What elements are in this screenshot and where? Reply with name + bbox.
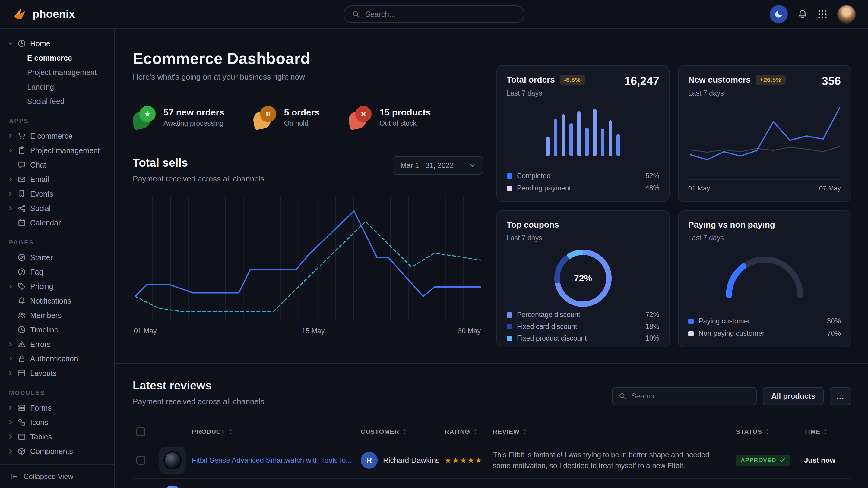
reviews-search[interactable] [612,387,757,405]
tag-icon [18,282,26,291]
caret-spacer [8,313,13,318]
new-customers-value: 356 [822,75,841,88]
collapse-view-button[interactable]: Collapsed View [0,464,114,488]
legend-item-paying-customer: Paying customer30% [688,317,841,325]
sidebar-item-notifications[interactable]: Notifications [8,294,108,308]
sidebar-section-label: MODULES [9,389,108,396]
theme-toggle-button[interactable] [770,5,788,23]
apps-grid-button[interactable] [817,9,828,19]
legend-value: 10% [645,334,659,343]
sidebar-item-tables[interactable]: Tables [8,429,108,444]
column-header-time[interactable]: TIME [804,428,851,435]
legend-label: Pending payment [517,184,571,192]
legend-value: 72% [645,311,659,319]
sidebar-item-layouts[interactable]: Layouts [8,366,108,380]
date-range-select[interactable]: Mar 1 - 31, 2022 [393,157,483,174]
sidebar-item-chat[interactable]: Chat [8,158,108,172]
x-icon [360,110,367,118]
sidebar-item-faq[interactable]: Faq [8,265,108,279]
legend-label: Fixed card discount [517,323,577,331]
review-time: Just now [804,456,835,464]
caret-right-icon [8,284,13,289]
review-text: This Fitbit is fantastic! I was trying t… [493,449,736,471]
sidebar-item-label: Faq [30,268,43,276]
caret-right-icon [8,449,13,454]
sidebar-item-components[interactable]: Components [8,444,108,458]
sidebar-item-label: Icons [30,418,48,427]
sidebar-item-forms[interactable]: Forms [8,400,108,415]
share-icon [18,204,26,213]
sidebar-item-project-management[interactable]: Project management [8,65,108,79]
legend-swatch [507,173,512,179]
column-header-customer[interactable]: CUSTOMER [361,428,444,435]
order-bar [601,129,604,157]
star-icon [144,110,151,118]
new-customers-x-labels: 01 May 07 May [688,179,841,192]
search-icon [619,392,626,400]
sidebar-item-landing[interactable]: Landing [8,79,108,94]
legend-item-completed: Completed52% [507,172,659,180]
legend-value: 70% [827,329,841,337]
sidebar-item-email[interactable]: Email [8,172,108,187]
sidebar-item-project-management[interactable]: Project management [8,143,108,158]
top-navbar: phoenix [0,0,868,29]
all-products-button[interactable]: All products [763,387,824,405]
sidebar-item-e-commerce[interactable]: E commerce [8,129,108,143]
caret-right-icon [8,434,13,440]
stat-label: Out of stock [379,119,431,128]
column-label: REVIEW [493,428,520,435]
sidebar: HomeE commerceProject managementLandingS… [0,29,115,488]
brand[interactable]: phoenix [12,7,75,22]
legend-label: Percentage discount [517,311,580,319]
column-header-rating[interactable]: RATING [444,428,493,435]
sidebar-item-label: Timeline [30,326,59,334]
top-coupons-donut-chart: 72% [550,246,616,311]
sidebar-item-authentication[interactable]: Authentication [8,352,108,366]
sidebar-item-home[interactable]: Home [8,36,108,51]
sidebar-item-members[interactable]: Members [8,308,108,323]
global-search-input[interactable] [365,10,516,19]
sidebar-item-social-feed[interactable]: Social feed [8,94,108,108]
sidebar-item-social[interactable]: Social [8,201,108,216]
order-bar [546,136,550,157]
more-options-button[interactable]: ... [830,387,851,405]
user-avatar[interactable] [837,5,856,24]
column-label: CUSTOMER [361,428,399,435]
dashboard-cards: Total orders -6.8% Last 7 days 16,247 Co… [496,65,851,347]
sidebar-item-icons[interactable]: Icons [8,415,108,429]
column-header-status[interactable]: STATUS [736,428,804,435]
sidebar-item-starter[interactable]: Starter [8,250,108,265]
legend-label: Non-paying customer [699,329,765,337]
legend-value: 48% [645,184,659,192]
sidebar-item-calendar[interactable]: Calendar [8,216,108,230]
latest-reviews-section: Latest reviews Payment received across a… [115,363,868,488]
legend-value: 18% [645,323,659,331]
legend-value: 52% [645,172,659,180]
x-label: 01 May [688,185,710,192]
column-header-review[interactable]: REVIEW [493,428,736,435]
reviews-search-input[interactable] [631,392,750,400]
notifications-button[interactable] [798,9,808,19]
sidebar-item-errors[interactable]: Errors [8,337,108,352]
x-label: 01 May [134,327,157,335]
product-link[interactable]: Fitbit Sense Advanced Smartwatch with To… [192,456,352,464]
sidebar-nav: HomeE commerceProject managementLandingS… [0,29,114,464]
change-badge: +26.5% [755,75,786,85]
column-header-product[interactable]: PRODUCT [159,428,361,435]
row-checkbox[interactable] [136,456,145,465]
select-all-checkbox[interactable] [136,427,145,436]
total-sells-chart [133,196,483,322]
reviews-subtitle: Payment received across all channels [133,397,264,406]
global-search[interactable] [343,5,525,23]
sidebar-item-label: E commerce [30,132,72,140]
top-coupons-card: Top coupons Last 7 days 72% Percentage d… [496,210,670,347]
sidebar-item-events[interactable]: Events [8,187,108,201]
sidebar-item-e-commerce[interactable]: E commerce [8,51,108,65]
order-bar [554,119,557,157]
sidebar-item-pricing[interactable]: Pricing [8,279,108,294]
sidebar-item-timeline[interactable]: Timeline [8,323,108,337]
stat-value: 5 orders [284,107,320,118]
card-period: Last 7 days [688,89,786,97]
total-orders-card: Total orders -6.8% Last 7 days 16,247 Co… [496,65,670,202]
legend-swatch [507,312,512,318]
